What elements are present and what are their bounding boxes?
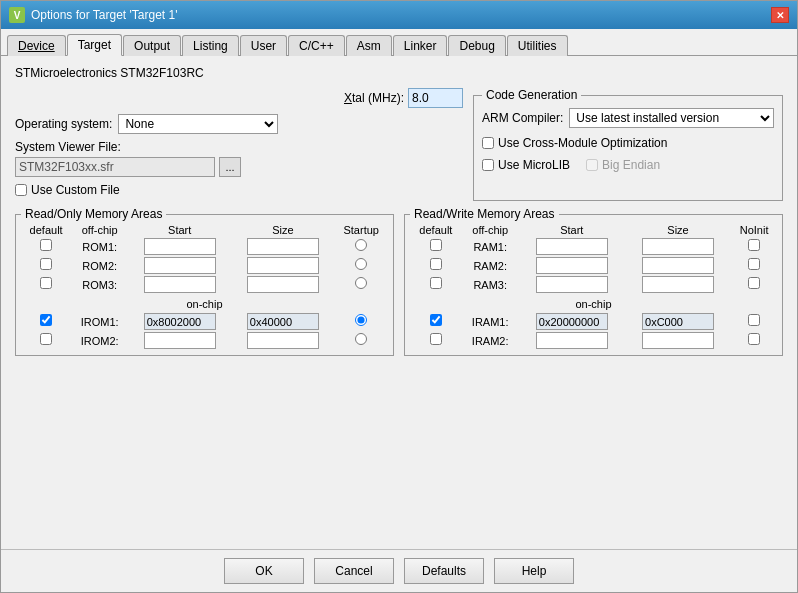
help-button[interactable]: Help [494,558,574,584]
defaults-button[interactable]: Defaults [404,558,484,584]
tab-user[interactable]: User [240,35,287,56]
read-only-table: default off-chip Start Size Startup ROM1… [21,223,388,350]
ro-irom1-size-input[interactable] [247,313,319,330]
ro-irom1-start-input[interactable] [144,313,216,330]
rw-iram1-size-input[interactable] [642,313,714,330]
close-button[interactable]: ✕ [771,7,789,23]
bottom-bar: OK Cancel Defaults Help [1,549,797,592]
ro-rom2-startup-radio[interactable] [355,258,367,270]
rw-iram2-size-input[interactable] [642,332,714,349]
cross-module-row: Use Cross-Module Optimization [482,136,774,150]
ro-rom1-size-input[interactable] [247,238,319,255]
read-only-title: Read/Only Memory Areas [21,207,166,221]
rw-ram1-noinit-check[interactable] [748,239,760,251]
rw-ram3-label: RAM3: [462,275,519,294]
ro-irom2-startup-radio[interactable] [355,333,367,345]
table-row: on-chip [21,294,388,312]
rw-ram1-size-input[interactable] [642,238,714,255]
rw-ram2-label: RAM2: [462,256,519,275]
table-row: IROM2: [21,331,388,350]
ro-irom2-default-check[interactable] [40,333,52,345]
os-select[interactable]: None [118,114,278,134]
rw-ram2-noinit-check[interactable] [748,258,760,270]
rw-iram2-start-input[interactable] [536,332,608,349]
device-label: STMicroelectronics STM32F103RC [15,66,783,80]
svf-label: System Viewer File: [15,140,463,154]
big-endian-item: Big Endian [586,158,660,172]
rw-ram3-start-input[interactable] [536,276,608,293]
arm-compiler-row: ARM Compiler: Use latest installed versi… [482,108,774,128]
ro-rom1-start-input[interactable] [144,238,216,255]
ro-rom3-start-input[interactable] [144,276,216,293]
cross-module-checkbox[interactable] [482,137,494,149]
rw-iram1-start-input[interactable] [536,313,608,330]
os-label: Operating system: [15,117,112,131]
xtal-row: Xtal (MHz): [15,88,463,108]
code-gen-title: Code Generation [482,88,581,102]
rw-iram2-default-check[interactable] [430,333,442,345]
ro-rom2-start-input[interactable] [144,257,216,274]
rw-col-size: Size [625,223,731,237]
ro-irom2-label: IROM2: [71,331,128,350]
use-custom-file-checkbox[interactable] [15,184,27,196]
table-row: RAM1: [410,237,777,256]
svf-input[interactable] [15,157,215,177]
tab-bar: Device Target Output Listing User C/C++ … [1,29,797,56]
rw-ram2-default-check[interactable] [430,258,442,270]
ro-rom2-label: ROM2: [71,256,128,275]
rw-ram1-start-input[interactable] [536,238,608,255]
microlib-checkbox[interactable] [482,159,494,171]
tab-output[interactable]: Output [123,35,181,56]
ro-rom3-startup-radio[interactable] [355,277,367,289]
big-endian-checkbox[interactable] [586,159,598,171]
tab-debug[interactable]: Debug [448,35,505,56]
rw-ram1-label: RAM1: [462,237,519,256]
rw-iram1-default-check[interactable] [430,314,442,326]
code-gen-checks: Use Cross-Module Optimization Use MicroL… [482,136,774,172]
svf-browse-button[interactable]: ... [219,157,241,177]
rw-ram2-start-input[interactable] [536,257,608,274]
ro-rom3-default-check[interactable] [40,277,52,289]
ok-button[interactable]: OK [224,558,304,584]
tab-utilities[interactable]: Utilities [507,35,568,56]
rw-iram1-noinit-check[interactable] [748,314,760,326]
ro-col-size: Size [231,223,334,237]
left-top-section: Xtal (MHz): Operating system: None Syste… [15,88,463,201]
app-icon: V [9,7,25,23]
arm-compiler-label: ARM Compiler: [482,111,563,125]
tab-linker[interactable]: Linker [393,35,448,56]
ro-on-chip-label: on-chip [186,298,222,310]
rw-ram3-size-input[interactable] [642,276,714,293]
ro-rom1-startup-radio[interactable] [355,239,367,251]
ro-irom1-startup-radio[interactable] [355,314,367,326]
tab-target[interactable]: Target [67,34,122,56]
rw-iram2-noinit-check[interactable] [748,333,760,345]
rw-ram1-default-check[interactable] [430,239,442,251]
read-only-memory-group: Read/Only Memory Areas default off-chip … [15,207,394,356]
ro-col-offchip: off-chip [71,223,128,237]
ro-rom2-size-input[interactable] [247,257,319,274]
rw-ram3-noinit-check[interactable] [748,277,760,289]
tab-asm[interactable]: Asm [346,35,392,56]
ro-rom1-default-check[interactable] [40,239,52,251]
read-write-memory-group: Read/Write Memory Areas default off-chip… [404,207,783,356]
window-title: Options for Target 'Target 1' [31,8,177,22]
ro-irom1-default-check[interactable] [40,314,52,326]
xtal-input[interactable] [408,88,463,108]
tab-device[interactable]: Device [7,35,66,56]
tab-listing[interactable]: Listing [182,35,239,56]
main-window: V Options for Target 'Target 1' ✕ Device… [0,0,798,593]
tab-cpp[interactable]: C/C++ [288,35,345,56]
rw-ram2-size-input[interactable] [642,257,714,274]
arm-compiler-select[interactable]: Use latest installed version Use default… [569,108,774,128]
ro-rom3-size-input[interactable] [247,276,319,293]
rw-col-default: default [410,223,462,237]
rw-col-offchip: off-chip [462,223,519,237]
cancel-button[interactable]: Cancel [314,558,394,584]
ro-rom2-default-check[interactable] [40,258,52,270]
ro-irom2-size-input[interactable] [247,332,319,349]
rw-ram3-default-check[interactable] [430,277,442,289]
ro-irom2-start-input[interactable] [144,332,216,349]
cross-module-label: Use Cross-Module Optimization [498,136,667,150]
ro-rom3-label: ROM3: [71,275,128,294]
